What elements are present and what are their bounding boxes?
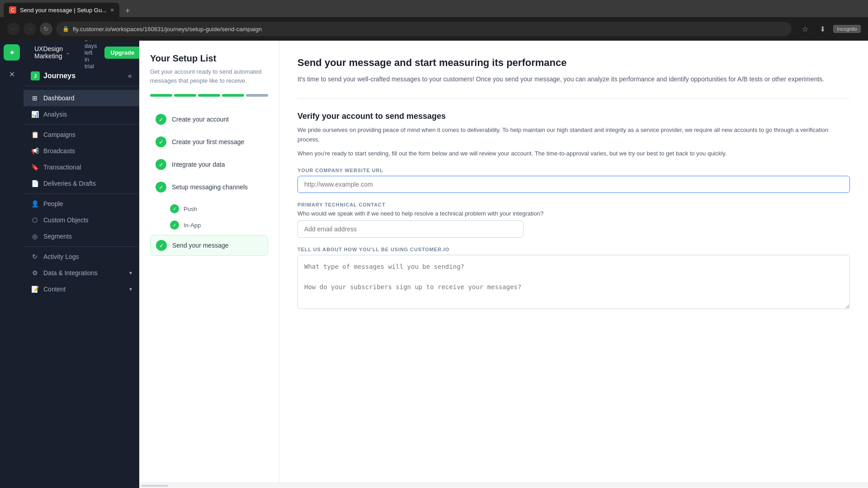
sub-items: ✓ Push ✓ In-App bbox=[166, 202, 268, 232]
setup-item-setup-messaging[interactable]: ✓ Setup messaging channels bbox=[150, 177, 268, 197]
sidebar-item-label: Data & Integrations bbox=[43, 269, 98, 277]
workspace-name[interactable]: UXDesign Marketing ⌄ bbox=[34, 45, 70, 60]
check-icon-create-account: ✓ bbox=[156, 114, 166, 125]
setup-item-label: Create your first message bbox=[172, 138, 244, 145]
sub-item-push-label: Push bbox=[184, 206, 197, 212]
reload-button[interactable]: ↻ bbox=[40, 23, 52, 35]
verify-desc-2: When you're ready to start sending, fill… bbox=[297, 149, 850, 159]
section-main-desc: It's time to send your well-crafted mess… bbox=[297, 74, 850, 84]
setup-description: Get your account ready to send automated… bbox=[150, 67, 268, 85]
tab-favicon: C bbox=[9, 6, 16, 14]
sidebar-item-people[interactable]: 👤 People bbox=[24, 196, 139, 212]
back-button[interactable]: ← bbox=[7, 23, 20, 35]
horizontal-scrollbar[interactable] bbox=[139, 483, 868, 488]
sidebar-item-activity-logs[interactable]: ↻ Activity Logs bbox=[24, 249, 139, 265]
sidebar: UXDesign Marketing ⌄ 14 days left in tri… bbox=[24, 41, 139, 488]
sidebar-item-label: Segments bbox=[43, 233, 72, 240]
sidebar-item-broadcasts[interactable]: 📢 Broadcasts bbox=[24, 143, 139, 159]
browser-actions: ☆ ⬇ Incognito bbox=[799, 23, 861, 35]
setup-item-label: Create your account bbox=[172, 116, 229, 123]
sidebar-item-deliveries[interactable]: 📄 Deliveries & Drafts bbox=[24, 175, 139, 192]
setup-item-integrate-data[interactable]: ✓ Integrate your data bbox=[150, 155, 268, 174]
content-expand-arrow-icon: ▾ bbox=[129, 286, 132, 292]
sidebar-item-campaigns[interactable]: 📋 Campaigns bbox=[24, 127, 139, 143]
upgrade-button[interactable]: Upgrade bbox=[104, 47, 140, 59]
forward-button[interactable]: → bbox=[24, 23, 36, 35]
divider-1 bbox=[297, 99, 850, 99]
expand-arrow-icon: ▾ bbox=[129, 270, 132, 276]
sidebar-item-label: Campaigns bbox=[43, 131, 75, 138]
sidebar-item-analysis[interactable]: 📊 Analysis bbox=[24, 106, 139, 122]
check-icon-send-message: ✓ bbox=[156, 240, 167, 251]
sidebar-nav: ⊞ Dashboard 📊 Analysis 📋 Campaigns 📢 Bro… bbox=[24, 86, 139, 488]
setup-item-label: Setup messaging channels bbox=[172, 183, 248, 191]
sidebar-item-content[interactable]: 📝 Content ▾ bbox=[24, 281, 139, 297]
lock-icon: 🔒 bbox=[62, 26, 69, 32]
collapse-sidebar-button[interactable]: « bbox=[128, 72, 132, 80]
main-area: Your Setup List Get your account ready t… bbox=[139, 41, 868, 488]
download-icon[interactable]: ⬇ bbox=[816, 23, 829, 35]
progress-segment-3 bbox=[198, 94, 220, 97]
sub-check-push: ✓ bbox=[170, 204, 179, 213]
sidebar-item-dashboard[interactable]: ⊞ Dashboard bbox=[24, 90, 139, 106]
sidebar-item-segments[interactable]: ◎ Segments bbox=[24, 228, 139, 244]
sub-item-in-app[interactable]: ✓ In-App bbox=[166, 218, 268, 232]
setup-title: Your Setup List bbox=[150, 53, 268, 64]
primary-contact-desc: Who would we speak with if we need to he… bbox=[297, 210, 850, 217]
verify-desc-1: We pride ourselves on providing peace of… bbox=[297, 126, 850, 145]
segments-icon: ◎ bbox=[31, 233, 39, 240]
bookmark-icon[interactable]: ☆ bbox=[799, 23, 811, 35]
app: ✦ ✕ UXDesign Marketing ⌄ 14 days left in… bbox=[0, 41, 868, 488]
tab-close-button[interactable]: × bbox=[110, 6, 114, 14]
browser-tab-bar: C Send your message | Setup Gu... × + bbox=[0, 0, 868, 17]
sidebar-item-custom-objects[interactable]: ⬡ Custom Objects bbox=[24, 212, 139, 228]
dashboard-icon: ⊞ bbox=[31, 94, 39, 102]
company-url-label: YOUR COMPANY WEBSITE URL bbox=[297, 168, 850, 173]
icon-rail: ✦ ✕ bbox=[0, 41, 24, 488]
setup-item-label: Integrate your data bbox=[172, 161, 225, 168]
setup-item-label: Send your message bbox=[172, 242, 229, 249]
check-icon-integrate-data: ✓ bbox=[156, 159, 166, 170]
people-icon: 👤 bbox=[31, 200, 39, 207]
transactional-icon: 🔖 bbox=[31, 164, 39, 171]
usage-textarea[interactable] bbox=[297, 255, 850, 309]
progress-segment-4 bbox=[222, 94, 244, 97]
analysis-icon: 📊 bbox=[31, 111, 39, 118]
company-url-input[interactable] bbox=[297, 176, 850, 193]
sidebar-item-label: Dashboard bbox=[43, 94, 75, 102]
email-input[interactable] bbox=[297, 221, 524, 238]
sidebar-title: J Journeys bbox=[31, 71, 75, 80]
brand-logo: ✦ bbox=[4, 44, 20, 61]
setup-panel: Your Setup List Get your account ready t… bbox=[139, 41, 279, 483]
sidebar-item-data-integrations[interactable]: ⚙ Data & Integrations ▾ bbox=[24, 265, 139, 281]
sub-item-push[interactable]: ✓ Push bbox=[166, 202, 268, 216]
setup-item-create-message[interactable]: ✓ Create your first message bbox=[150, 132, 268, 152]
content-icon: 📝 bbox=[31, 286, 39, 293]
new-tab-button[interactable]: + bbox=[121, 5, 134, 17]
tab-title: Send your message | Setup Gu... bbox=[20, 7, 107, 14]
campaigns-icon: 📋 bbox=[31, 131, 39, 138]
verify-title: Verify your account to send messages bbox=[297, 112, 850, 121]
progress-segment-5 bbox=[246, 94, 268, 97]
sidebar-title-label: Journeys bbox=[43, 72, 75, 80]
sidebar-item-transactional[interactable]: 🔖 Transactional bbox=[24, 159, 139, 175]
active-tab[interactable]: C Send your message | Setup Gu... × bbox=[4, 3, 119, 17]
usage-label: TELL US ABOUT HOW YOU'LL BE USING CUSTOM… bbox=[297, 247, 850, 252]
setup-item-send-message[interactable]: ✓ Send your message bbox=[150, 235, 268, 256]
setup-item-create-account[interactable]: ✓ Create your account bbox=[150, 109, 268, 129]
activity-logs-icon: ↻ bbox=[31, 253, 39, 260]
close-icon[interactable]: ✕ bbox=[4, 66, 20, 82]
sidebar-item-label: Transactional bbox=[43, 164, 81, 171]
data-integrations-icon: ⚙ bbox=[31, 269, 39, 277]
nav-divider bbox=[24, 124, 139, 125]
address-bar[interactable]: 🔒 fly.customer.io/workspaces/160831/jour… bbox=[56, 22, 792, 36]
deliveries-icon: 📄 bbox=[31, 180, 39, 187]
sidebar-header: J Journeys « bbox=[24, 64, 139, 86]
broadcasts-icon: 📢 bbox=[31, 147, 39, 155]
content-wrapper: Your Setup List Get your account ready t… bbox=[139, 41, 868, 483]
section-main-title: Send your message and start measuring it… bbox=[297, 57, 850, 69]
sidebar-item-label: Analysis bbox=[43, 111, 67, 118]
sub-item-in-app-label: In-App bbox=[184, 222, 201, 229]
sidebar-item-label: Broadcasts bbox=[43, 147, 75, 155]
progress-segment-1 bbox=[150, 94, 172, 97]
